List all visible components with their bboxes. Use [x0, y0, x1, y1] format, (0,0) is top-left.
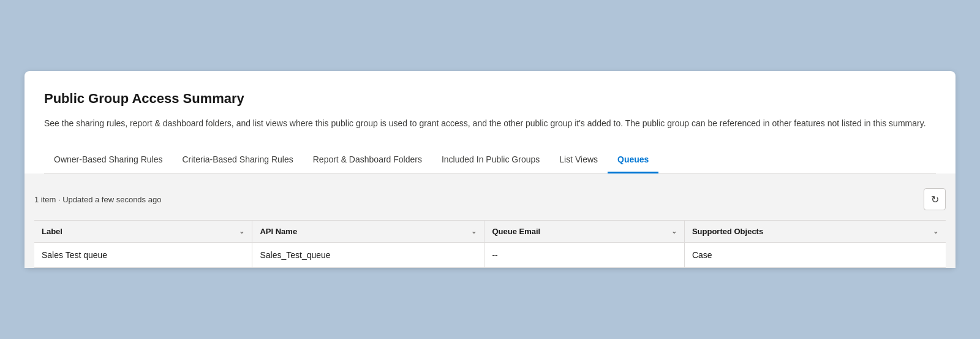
col-header-label[interactable]: Label ⌄ [34, 221, 252, 243]
col-label-api_name: API Name [260, 227, 297, 236]
sort-icon-supported_objects: ⌄ [933, 227, 938, 235]
col-label-label: Label [42, 227, 62, 236]
sort-icon-api_name: ⌄ [471, 227, 477, 235]
sort-icon-label: ⌄ [239, 227, 244, 235]
col-label-supported_objects: Supported Objects [692, 227, 763, 236]
cell-label: Sales Test queue [34, 243, 252, 268]
col-header-supported_objects[interactable]: Supported Objects ⌄ [684, 221, 946, 243]
tab-report-folders[interactable]: Report & Dashboard Folders [303, 147, 432, 173]
page-description: See the sharing rules, report & dashboar… [44, 116, 936, 130]
cell-supported_objects: Case [684, 243, 946, 268]
tab-owner-sharing[interactable]: Owner-Based Sharing Rules [44, 147, 172, 173]
col-label-queue_email: Queue Email [492, 227, 540, 236]
refresh-icon: ↻ [931, 194, 939, 205]
table-header-row: Label ⌄ API Name ⌄ Queue Email ⌄ Support… [34, 221, 946, 243]
cell-api_name: Sales_Test_queue [252, 243, 484, 268]
tabs-nav: Owner-Based Sharing RulesCriteria-Based … [44, 147, 936, 173]
data-table: Label ⌄ API Name ⌄ Queue Email ⌄ Support… [34, 220, 946, 268]
table-body: Sales Test queueSales_Test_queue--Case [34, 243, 946, 268]
refresh-button[interactable]: ↻ [924, 188, 946, 210]
table-toolbar: 1 item · Updated a few seconds ago ↻ [34, 183, 946, 220]
table-row: Sales Test queueSales_Test_queue--Case [34, 243, 946, 268]
item-count: 1 item · Updated a few seconds ago [34, 195, 161, 204]
tab-list-views[interactable]: List Views [549, 147, 608, 173]
page-title: Public Group Access Summary [44, 91, 936, 107]
main-card: Public Group Access Summary See the shar… [24, 71, 956, 268]
tab-public-groups[interactable]: Included In Public Groups [432, 147, 549, 173]
col-header-api_name[interactable]: API Name ⌄ [252, 221, 484, 243]
tab-queues[interactable]: Queues [608, 147, 658, 173]
tab-criteria-sharing[interactable]: Criteria-Based Sharing Rules [172, 147, 303, 173]
cell-queue_email: -- [484, 243, 684, 268]
col-header-queue_email[interactable]: Queue Email ⌄ [484, 221, 684, 243]
table-section: 1 item · Updated a few seconds ago ↻ Lab… [24, 173, 956, 268]
sort-icon-queue_email: ⌄ [671, 227, 677, 235]
